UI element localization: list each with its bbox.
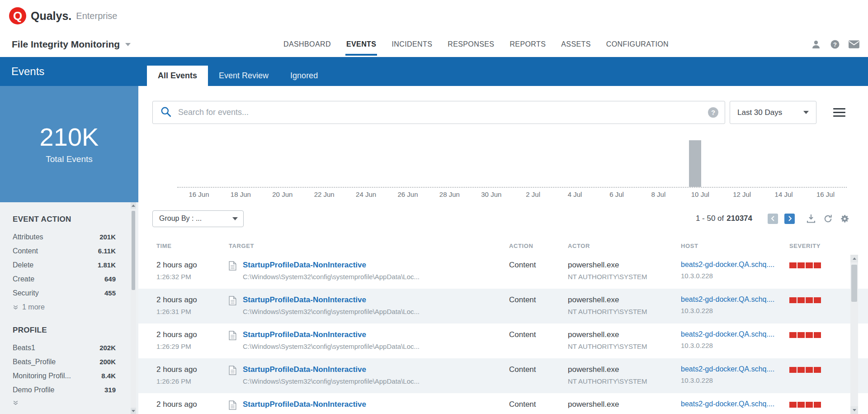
- scroll-up-button[interactable]: [850, 255, 858, 262]
- filter-item-count: 201K: [99, 233, 116, 241]
- filter-item[interactable]: Attributes 201K: [13, 233, 116, 241]
- tab-event-review[interactable]: Event Review: [208, 66, 279, 86]
- event-actor-detail: NT AUTHORITY\SYSTEM: [568, 343, 681, 350]
- nav-item-label: DASHBOARD: [283, 40, 331, 48]
- refresh-icon[interactable]: [823, 214, 833, 224]
- filter-section-profile: PROFILE Beats1 202K Beats_Profile 200K M…: [13, 326, 116, 406]
- tab-label: Ignored: [290, 71, 318, 81]
- gear-icon[interactable]: [840, 214, 850, 224]
- filter-item-label: Beats_Profile: [13, 358, 56, 366]
- scroll-down-button[interactable]: [131, 408, 136, 414]
- download-icon[interactable]: [806, 213, 816, 224]
- filter-item-label: Demo Profile: [13, 386, 54, 394]
- event-actor: powershell.exe: [568, 261, 681, 270]
- search-input[interactable]: [177, 107, 708, 118]
- date-range-value: Last 30 Days: [737, 108, 782, 117]
- main-panel: All EventsEvent ReviewIgnored ? Last 30 …: [138, 57, 868, 414]
- filter-item[interactable]: Security 455: [13, 289, 116, 297]
- filter-item[interactable]: Beats1 202K: [13, 344, 116, 352]
- top-bar: Q Qualys. Enterprise File Integrity Moni…: [0, 0, 868, 57]
- nav-item-configuration[interactable]: CONFIGURATION: [606, 32, 669, 57]
- event-table-row[interactable]: 2 hours ago 1:26:32 PM StartupProfileDat…: [138, 254, 868, 289]
- event-target-link[interactable]: StartupProfileData-NonInteractive: [243, 400, 366, 409]
- event-host-link[interactable]: beats2-gd-docker.QA.schq....: [681, 365, 789, 373]
- nav-item-events[interactable]: EVENTS: [346, 32, 376, 57]
- event-table-row[interactable]: 2 hours ago 1:26:29 PM StartupProfileDat…: [138, 324, 868, 358]
- nav-item-label: EVENTS: [346, 40, 376, 48]
- user-profile-icon[interactable]: [810, 38, 822, 50]
- help-icon[interactable]: ?: [829, 38, 841, 50]
- next-page-button[interactable]: [784, 214, 795, 224]
- event-host-link[interactable]: beats2-gd-docker.QA.schq....: [681, 261, 789, 269]
- nav-item-incidents[interactable]: INCIDENTS: [392, 32, 432, 57]
- file-icon: [229, 296, 236, 307]
- filter-item-count: 1.81K: [98, 261, 116, 269]
- app-root: { "brand": { "name": "Qualys.", "edition…: [0, 0, 868, 414]
- event-target-link[interactable]: StartupProfileData-NonInteractive: [243, 365, 420, 374]
- nav-item-dashboard[interactable]: DASHBOARD: [283, 32, 331, 57]
- search-box[interactable]: ?: [152, 101, 725, 124]
- filter-item[interactable]: Content 6.11K: [13, 247, 116, 255]
- filter-item[interactable]: Demo Profile 319: [13, 386, 116, 394]
- event-host-link[interactable]: beats2-gd-docker.QA.schq....: [681, 400, 789, 408]
- event-time: 1:26:32 PM: [156, 273, 229, 281]
- tab-ignored[interactable]: Ignored: [279, 66, 329, 86]
- event-target-link[interactable]: StartupProfileData-NonInteractive: [243, 261, 420, 270]
- filter-item[interactable]: Delete 1.81K: [13, 261, 116, 269]
- scroll-up-button[interactable]: [131, 202, 136, 209]
- event-target-path: C:\Windows\System32\config\systemprofile…: [243, 343, 420, 350]
- sidebar-scrollbar[interactable]: [131, 202, 136, 414]
- filter-item[interactable]: Create 649: [13, 275, 116, 283]
- menu-icon[interactable]: [833, 106, 845, 119]
- mail-icon[interactable]: [848, 38, 860, 50]
- event-table-row[interactable]: 2 hours ago 1:26:26 PM StartupProfileDat…: [138, 358, 868, 393]
- filter-item[interactable]: Monitoring Profil... 8.4K: [13, 372, 116, 380]
- table-scrollbar[interactable]: [850, 255, 858, 414]
- filter-items: Attributes 201K Content 6.11K Delete 1.8…: [13, 233, 116, 297]
- event-host-link[interactable]: beats2-gd-docker.QA.schq....: [681, 330, 789, 338]
- file-icon: [229, 261, 236, 272]
- scrollbar-thumb[interactable]: [132, 211, 135, 290]
- nav-item-assets[interactable]: ASSETS: [561, 32, 591, 57]
- group-by-select[interactable]: Group By : ...: [152, 210, 244, 227]
- event-table-row[interactable]: 2 hours ago StartupProfileData-NonIntera…: [138, 393, 868, 414]
- chart-tick: 2 Jul: [526, 190, 540, 198]
- cell-actor: powershell.exe NT AUTHORITY\SYSTEM: [568, 365, 681, 393]
- app-title-dropdown[interactable]: File Integrity Monitoring: [12, 39, 131, 50]
- app-title-label: File Integrity Monitoring: [12, 39, 120, 50]
- cell-time: 2 hours ago: [156, 400, 229, 414]
- event-target-link[interactable]: StartupProfileData-NonInteractive: [243, 295, 420, 305]
- filter-item-label: Content: [13, 247, 38, 255]
- previous-page-button[interactable]: [768, 214, 778, 224]
- scrollbar-thumb[interactable]: [851, 265, 857, 302]
- cell-actor: powershell.exe NT AUTHORITY\SYSTEM: [568, 261, 681, 289]
- event-time: 1:26:26 PM: [156, 377, 229, 385]
- show-more-link[interactable]: [13, 400, 116, 406]
- search-help-icon[interactable]: ?: [708, 107, 718, 118]
- chart-tick: 22 Jun: [314, 190, 335, 198]
- filter-item-label: Delete: [13, 261, 33, 269]
- cell-action: Content: [509, 295, 568, 324]
- scroll-down-button[interactable]: [850, 406, 858, 414]
- severity-block: [789, 332, 797, 338]
- event-host-link[interactable]: beats2-gd-docker.QA.schq....: [681, 295, 789, 304]
- tab-all-events[interactable]: All Events: [147, 66, 208, 86]
- pagination-controls: 1 - 50 of 210374: [696, 213, 850, 224]
- cell-actor: powershell.exe NT AUTHORITY\SYSTEM: [568, 330, 681, 358]
- nav-item-reports[interactable]: REPORTS: [509, 32, 546, 57]
- cell-host: beats2-gd-docker.QA.schq.... 10.3.0.228: [681, 295, 789, 324]
- chart-tick: 24 Jun: [356, 190, 376, 198]
- date-range-select[interactable]: Last 30 Days: [730, 101, 816, 124]
- filter-item-count: 6.11K: [98, 247, 116, 255]
- event-target-link[interactable]: StartupProfileData-NonInteractive: [243, 330, 420, 339]
- event-table-row[interactable]: 2 hours ago 1:26:31 PM StartupProfileDat…: [138, 289, 868, 324]
- cell-action: Content: [509, 261, 568, 289]
- nav-item-responses[interactable]: RESPONSES: [448, 32, 494, 57]
- severity-block: [789, 402, 797, 408]
- group-by-value: Group By : ...: [159, 214, 202, 223]
- filter-section-event-action: EVENT ACTION Attributes 201K Content 6.1…: [13, 215, 116, 311]
- show-more-link[interactable]: 1 more: [13, 303, 116, 311]
- filter-item[interactable]: Beats_Profile 200K: [13, 358, 116, 366]
- main-nav: DASHBOARDEVENTSINCIDENTSRESPONSESREPORTS…: [283, 32, 669, 57]
- triangle-up-icon: [853, 257, 856, 260]
